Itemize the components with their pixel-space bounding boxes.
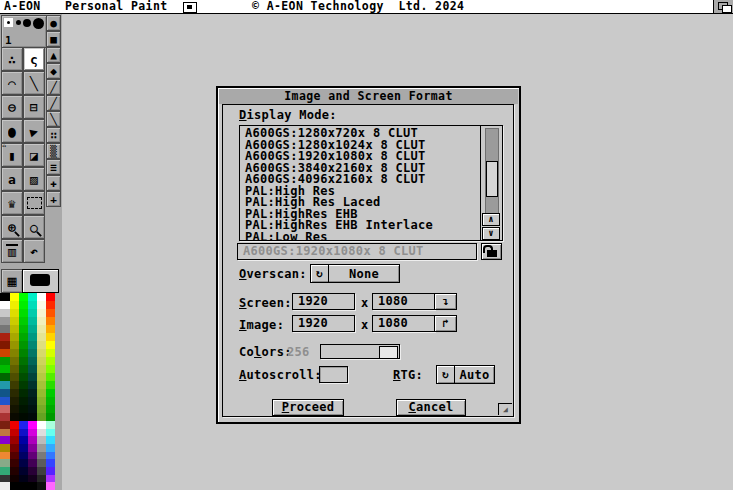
palette-color[interactable] (10, 389, 19, 397)
screen-depth-gadget[interactable] (713, 0, 733, 13)
palette-color[interactable] (10, 317, 19, 325)
palette-color[interactable] (37, 389, 46, 397)
brush-slash[interactable]: ╱ (46, 95, 61, 111)
palette-color[interactable] (10, 467, 19, 475)
palette-color[interactable] (28, 421, 37, 429)
palette-color[interactable] (10, 397, 19, 405)
palette-color[interactable] (37, 397, 46, 405)
palette-color[interactable] (46, 301, 55, 309)
brush-pickup-tool[interactable]: ♛ (1, 191, 23, 215)
palette-color[interactable] (0, 389, 10, 397)
palette-color[interactable] (37, 341, 46, 349)
palette-color[interactable] (19, 413, 28, 421)
palette-color[interactable] (28, 357, 37, 365)
palette-color[interactable] (19, 357, 28, 365)
palette-color[interactable] (0, 467, 10, 475)
brush-lines[interactable]: ≡ (46, 159, 61, 175)
palette-color[interactable] (0, 413, 10, 421)
palette-color[interactable] (37, 301, 46, 309)
gradient-tool[interactable]: ▨ (23, 167, 45, 191)
display-mode-option[interactable]: PAL:Low Res (245, 232, 480, 242)
selected-mode-field[interactable]: A600GS:1920x1080x 8 CLUT (237, 243, 477, 260)
palette-color[interactable] (19, 365, 28, 373)
palette-color[interactable] (46, 475, 55, 483)
palette-color[interactable] (28, 475, 37, 483)
freehand-tool[interactable]: ς (23, 47, 45, 71)
palette-color[interactable] (0, 397, 10, 405)
palette-color[interactable] (28, 482, 37, 490)
palette-color[interactable] (0, 357, 10, 365)
palette-color[interactable] (28, 459, 37, 467)
palette-color[interactable] (37, 467, 46, 475)
select-tool[interactable] (23, 191, 45, 215)
palette-color[interactable] (37, 405, 46, 413)
colors-slider[interactable] (320, 344, 400, 359)
palette-color[interactable] (28, 389, 37, 397)
palette-color[interactable] (0, 349, 10, 357)
palette-color[interactable] (28, 452, 37, 460)
palette-color[interactable] (10, 349, 19, 357)
palette-color[interactable] (28, 444, 37, 452)
palette-color[interactable] (28, 293, 37, 301)
palette-color[interactable] (0, 436, 10, 444)
palette-color[interactable] (46, 333, 55, 341)
ellipse-tool[interactable]: ⊖ (1, 95, 23, 119)
brush-plus[interactable]: + (46, 191, 61, 207)
palette-color[interactable] (10, 301, 19, 309)
line-tool[interactable]: ╲ (23, 71, 45, 95)
palette-color[interactable] (0, 301, 10, 309)
palette-color[interactable] (37, 459, 46, 467)
palette-color[interactable] (28, 349, 37, 357)
palette-color[interactable] (19, 405, 28, 413)
palette-color[interactable] (10, 421, 19, 429)
palette-color[interactable] (46, 357, 55, 365)
palette-color[interactable] (19, 293, 28, 301)
palette-color[interactable] (37, 373, 46, 381)
palette-color[interactable] (10, 341, 19, 349)
brush-size-selector[interactable]: 1 (1, 15, 47, 48)
palette-color[interactable] (37, 333, 46, 341)
palette-color[interactable] (10, 436, 19, 444)
screen-height-field[interactable]: 1080 (372, 293, 435, 310)
screen-width-field[interactable]: 1920 (292, 293, 355, 310)
palette-color[interactable] (28, 436, 37, 444)
palette-color[interactable] (19, 444, 28, 452)
trash-tool[interactable]: ▥ (1, 239, 23, 263)
palette-color[interactable] (0, 381, 10, 389)
palette-color[interactable] (0, 341, 10, 349)
palette-color[interactable] (46, 482, 55, 490)
palette-color[interactable] (28, 381, 37, 389)
palette-color[interactable] (10, 429, 19, 437)
palette-color[interactable] (46, 309, 55, 317)
palette-color[interactable] (19, 301, 28, 309)
palette-color[interactable] (0, 317, 10, 325)
palette-color[interactable] (46, 317, 55, 325)
palette-color[interactable] (19, 317, 28, 325)
palette-color[interactable] (37, 436, 46, 444)
autoscroll-checkbox[interactable] (319, 366, 348, 383)
palette-color[interactable] (37, 317, 46, 325)
palette-color[interactable] (37, 444, 46, 452)
pattern-selector[interactable]: ▦ (1, 269, 23, 293)
palette-color[interactable] (46, 341, 55, 349)
palette-color[interactable] (37, 349, 46, 357)
colors-slider-knob[interactable] (379, 346, 398, 359)
palette-color[interactable] (19, 381, 28, 389)
palette-color[interactable] (0, 475, 10, 483)
palette-color[interactable] (10, 413, 19, 421)
filled-ellipse-tool[interactable]: ● (1, 119, 23, 143)
palette-color[interactable] (19, 373, 28, 381)
palette-color[interactable] (10, 452, 19, 460)
rtg-cycle[interactable]: ↻ Auto (436, 365, 495, 384)
palette-color[interactable] (0, 459, 10, 467)
palette-color[interactable] (19, 467, 28, 475)
brush-size-1-selected[interactable] (4, 18, 13, 27)
current-color-box[interactable] (22, 269, 59, 293)
palette-color[interactable] (19, 429, 28, 437)
overscan-cycle[interactable]: ↻ None (310, 264, 400, 283)
palette-color[interactable] (46, 381, 55, 389)
palette-color[interactable] (0, 365, 10, 373)
brush-size-2[interactable] (16, 20, 21, 25)
brush-size-3[interactable] (23, 19, 31, 27)
palette-color[interactable] (46, 349, 55, 357)
